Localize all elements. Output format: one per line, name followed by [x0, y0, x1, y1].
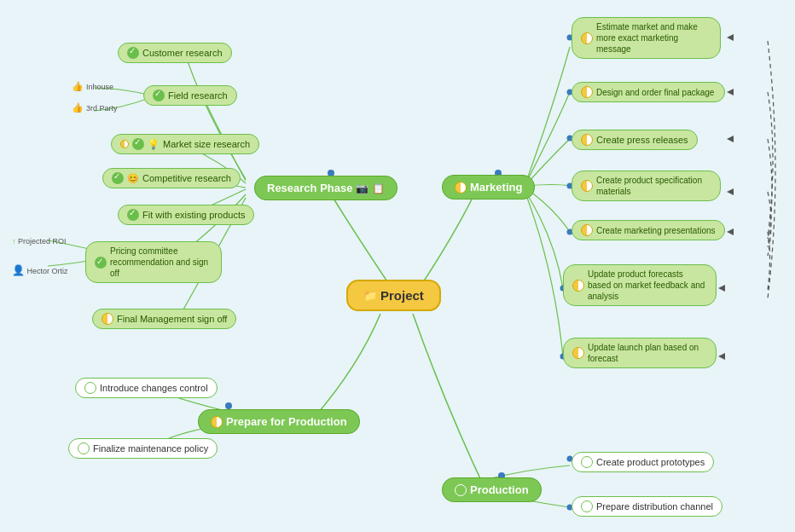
field-research-label: Field research — [168, 90, 228, 101]
create-prototypes-node[interactable]: Create product prototypes — [572, 452, 714, 472]
empty-icon-finalize — [78, 442, 90, 454]
introduce-label: Introduce changes control — [100, 383, 208, 393]
prototypes-label: Create product prototypes — [596, 457, 705, 467]
svg-marker-23 — [727, 89, 734, 95]
check-icon-market — [132, 138, 144, 150]
estimate-market-node[interactable]: Estimate market and make more exact mark… — [572, 17, 721, 59]
spec-label: Create product specification materials — [596, 175, 711, 197]
half-icon-final — [102, 313, 113, 325]
mktg-label: Create marketing presentations — [596, 226, 716, 235]
prepare-production-node[interactable]: Prepare for Production — [198, 409, 360, 434]
hector-ortiz-label: 👤 Hector Ortiz — [12, 264, 68, 276]
research-phase-node[interactable]: Research Phase 📷 📋 — [254, 176, 398, 200]
competitive-label: Competitive research — [142, 173, 231, 183]
create-press-node[interactable]: Create press releases — [572, 130, 698, 150]
press-label: Create press releases — [596, 135, 688, 145]
inhouse-label: 👍 Inhouse — [72, 81, 113, 92]
bulb-icon: 💡 — [148, 139, 160, 150]
research-label: Research Phase — [267, 182, 352, 194]
prepare-label: Prepare for Production — [226, 415, 347, 428]
svg-point-2 — [225, 402, 232, 409]
competitive-research-node[interactable]: 😊 Competitive research — [102, 168, 241, 188]
folder-icon: 📁 — [363, 289, 377, 302]
design-order-node[interactable]: Design and order final package — [572, 82, 725, 102]
empty-icon-production — [455, 484, 467, 496]
production-label: Production — [470, 483, 529, 496]
prepare-dist-node[interactable]: Prepare distribution channel — [572, 496, 722, 517]
half-icon-launch — [572, 347, 584, 359]
half-icon-design — [581, 86, 593, 98]
empty-icon-dist — [581, 500, 593, 512]
pricing-node[interactable]: Pricing committee recommendation and sig… — [85, 241, 222, 283]
customer-research-node[interactable]: Customer research — [118, 43, 232, 63]
forecasts-label: Update product forecasts based on market… — [588, 269, 707, 302]
svg-marker-22 — [727, 34, 734, 41]
half-icon-forecast — [572, 280, 584, 292]
estimate-label: Estimate market and make more exact mark… — [596, 21, 711, 55]
half-icon-press — [581, 134, 593, 146]
svg-marker-28 — [718, 353, 725, 360]
update-forecasts-node[interactable]: Update product forecasts based on market… — [563, 264, 717, 306]
check-icon-comp — [112, 172, 124, 184]
check-icon-customer — [127, 47, 139, 59]
half-icon-prepare — [211, 416, 223, 428]
launch-label: Update launch plan based on forecast — [588, 342, 707, 364]
pricing-label: Pricing committee recommendation and sig… — [110, 246, 212, 279]
empty-icon-introduce — [84, 382, 96, 394]
final-mgmt-node[interactable]: Final Management sign off — [92, 309, 236, 329]
create-marketing-node[interactable]: Create marketing presentations — [572, 220, 725, 240]
field-research-node[interactable]: Field research — [143, 85, 237, 106]
fit-label: Fit with existing products — [142, 210, 245, 220]
introduce-node[interactable]: Introduce changes control — [75, 378, 218, 398]
center-label: Project — [380, 288, 424, 303]
projected-roi-label: ↑ Projected ROI — [12, 237, 67, 246]
final-mgmt-label: Final Management sign off — [117, 314, 227, 324]
production-node[interactable]: Production — [442, 477, 542, 502]
market-size-node[interactable]: 💡 Market size research — [111, 134, 259, 154]
half-icon-estimate — [581, 32, 593, 44]
dist-label: Prepare distribution channel — [596, 501, 713, 512]
smiley-icon: 😊 — [127, 173, 139, 184]
check-icon-pricing — [95, 257, 107, 269]
svg-marker-25 — [727, 188, 734, 195]
svg-marker-24 — [727, 136, 734, 142]
marketing-node[interactable]: Marketing — [442, 175, 535, 200]
finalize-label: Finalize maintenance policy — [93, 443, 208, 454]
create-spec-node[interactable]: Create product specification materials — [572, 171, 721, 201]
customer-research-label: Customer research — [142, 48, 223, 58]
market-size-label: Market size research — [163, 139, 250, 149]
third-party-label: 👍 3rd Party — [72, 102, 118, 113]
half-icon-marketing — [455, 182, 467, 194]
empty-icon-proto — [581, 456, 593, 468]
center-node: 📁 Project — [346, 280, 441, 311]
half-icon-market — [120, 140, 129, 148]
design-label: Design and order final package — [596, 88, 714, 97]
finalize-node[interactable]: Finalize maintenance policy — [68, 438, 218, 459]
check-icon-fit — [127, 209, 139, 221]
fit-existing-node[interactable]: Fit with existing products — [118, 205, 254, 225]
half-icon-mktg — [581, 224, 593, 236]
update-launch-node[interactable]: Update launch plan based on forecast — [563, 338, 717, 368]
check-icon-field — [153, 90, 165, 101]
svg-marker-26 — [727, 228, 734, 235]
svg-marker-27 — [718, 285, 725, 292]
half-icon-spec — [581, 180, 593, 192]
marketing-label: Marketing — [470, 181, 522, 194]
